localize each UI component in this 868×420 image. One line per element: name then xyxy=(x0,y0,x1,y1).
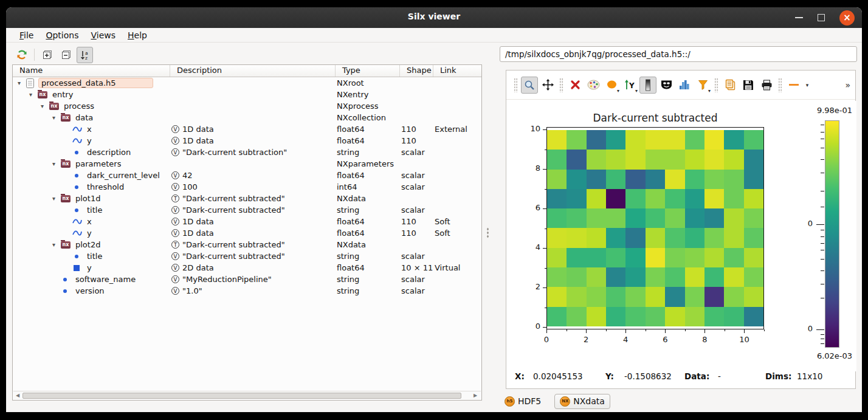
tree-row[interactable]: yV1D datafloat64110 xyxy=(13,135,481,146)
aggregation-mode-button[interactable]: ▾ xyxy=(603,77,620,94)
sort-button[interactable]: a z xyxy=(77,47,93,63)
tree-row[interactable]: descriptionV"Dark-current subtraction"st… xyxy=(13,146,481,158)
tree-row[interactable]: dark_current_levelV42float64scalar xyxy=(13,170,481,181)
tree-row[interactable]: yV1D datafloat64110Soft xyxy=(13,227,481,239)
print-button[interactable] xyxy=(758,77,775,94)
tree-column-headers[interactable]: Name Description Type Shape Link xyxy=(13,65,481,77)
column-header-type[interactable]: Type xyxy=(336,65,400,77)
scroll-right-arrow[interactable]: ▶ xyxy=(471,393,480,398)
tree-row[interactable]: titleV"Dark-current subtracted"stringsca… xyxy=(13,204,481,216)
save-button[interactable] xyxy=(740,77,757,94)
histogram-button[interactable] xyxy=(676,77,693,94)
tree-row[interactable]: ▾nxdataNXcollection xyxy=(13,112,481,123)
tree-row[interactable]: ▾nxplot1dT"Dark-current subtracted"NXdat… xyxy=(13,193,481,204)
heatmap-cell xyxy=(685,307,704,326)
horizontal-scrollbar[interactable]: ◀ ▶ xyxy=(13,391,481,399)
title-bar[interactable]: Silx viewer × xyxy=(6,7,862,28)
colorbar-minor-tick xyxy=(821,270,824,271)
tree-row[interactable]: software_nameV"MyReductionPipeline"strin… xyxy=(13,274,481,285)
heatmap-cell xyxy=(665,307,684,326)
expander-arrow-icon[interactable]: ▾ xyxy=(41,103,49,109)
expander-arrow-icon[interactable]: ▾ xyxy=(52,114,61,121)
menu-views[interactable]: Views xyxy=(84,29,122,41)
colorbar-minor-tick xyxy=(821,243,824,244)
minimize-button[interactable] xyxy=(795,17,803,18)
refresh-button[interactable] xyxy=(13,47,30,63)
tree-row[interactable]: titleV"Dark-current subtracted"stringsca… xyxy=(13,250,481,262)
tree-row[interactable]: ▾nxentryNXentry xyxy=(13,89,481,100)
copy-to-clipboard-button[interactable] xyxy=(722,77,739,94)
colorbar-tick-label: 0 xyxy=(794,219,813,228)
scroll-left-arrow[interactable]: ◀ xyxy=(13,393,22,398)
scrollbar-thumb[interactable] xyxy=(22,393,461,399)
heatmap-cell xyxy=(646,287,665,306)
heatmap-cell xyxy=(547,170,567,189)
colormap-button[interactable] xyxy=(585,77,602,94)
curve-style-dropdown[interactable]: ▾ xyxy=(803,77,811,94)
heatmap-cell xyxy=(685,208,704,228)
tree-row[interactable]: yV2D datafloat6410 × 11Virtual xyxy=(13,262,481,274)
expander-arrow-icon[interactable]: ▾ xyxy=(52,160,61,167)
heatmap-plot-area[interactable] xyxy=(546,127,764,329)
tree-row[interactable]: thresholdV100int64scalar xyxy=(13,181,481,193)
filter-data-button[interactable]: ▾ xyxy=(694,77,711,94)
zoom-mode-button[interactable] xyxy=(521,77,538,94)
menu-options[interactable]: Options xyxy=(40,29,84,41)
heatmap-cell xyxy=(625,248,645,267)
tree-row[interactable]: xV1D datafloat64110Soft xyxy=(13,216,481,227)
heatmap-cell xyxy=(587,228,606,247)
node-shape: scalar xyxy=(400,275,433,284)
heatmap-cell xyxy=(704,267,724,287)
heatmap-cell xyxy=(724,267,743,287)
dataset-path-field[interactable]: /tmp/silxdocs_obnjk7qg/processed_data.h5… xyxy=(500,46,857,62)
expand-all-button[interactable] xyxy=(39,47,55,63)
column-header-link[interactable]: Link xyxy=(433,65,481,77)
menu-bar: FileOptionsViewsHelp xyxy=(6,28,862,43)
plot-canvas[interactable]: Dark-current subtracted 9.98e-01 6.02e-0… xyxy=(506,101,856,371)
expander-arrow-icon[interactable]: ▾ xyxy=(52,241,61,248)
node-type: float64 xyxy=(336,136,400,145)
expander-arrow-icon[interactable]: ▾ xyxy=(18,80,26,86)
expander-arrow-icon[interactable]: ▾ xyxy=(29,91,38,98)
heatmap-image[interactable] xyxy=(547,130,763,326)
y-axis-orientation-button[interactable]: Y ▾ xyxy=(621,77,638,94)
tree-row[interactable]: ▾nxparametersNXparameters xyxy=(13,158,481,170)
heatmap-cell xyxy=(685,228,704,247)
heatmap-cell xyxy=(625,208,645,228)
tree-row[interactable]: ▾processed_data.h5NXroot xyxy=(13,77,481,89)
tab-nxdata[interactable]: NX NXdata xyxy=(554,394,610,409)
heatmap-cell xyxy=(606,189,625,208)
tab-hdf5[interactable]: h5 HDF5 xyxy=(500,394,546,408)
close-button[interactable]: × xyxy=(839,10,855,26)
collapse-all-button[interactable] xyxy=(58,47,74,63)
column-header-shape[interactable]: Shape xyxy=(400,65,433,77)
heatmap-cell xyxy=(685,150,704,169)
node-description: V"1.0" xyxy=(170,286,336,295)
y-axis-tick-label: 8 xyxy=(518,164,540,173)
panel-splitter[interactable] xyxy=(485,64,491,401)
tree-row[interactable]: ▾nxprocessNXprocess xyxy=(13,100,481,112)
tree-row[interactable]: versionV"1.0"stringscalar xyxy=(13,285,481,297)
curve-style-button[interactable] xyxy=(785,77,802,94)
heatmap-cell xyxy=(646,307,665,326)
mask-tools-button[interactable] xyxy=(658,77,675,94)
column-header-name[interactable]: Name xyxy=(13,65,170,77)
column-header-description[interactable]: Description xyxy=(170,65,336,77)
tree-row[interactable]: xV1D datafloat64110External xyxy=(13,123,481,135)
colorbar-toggle-button[interactable] xyxy=(639,77,656,94)
scalar-dataset-icon xyxy=(61,278,73,281)
node-description: V1D data xyxy=(170,217,336,226)
pan-mode-button[interactable] xyxy=(539,77,556,94)
menu-help[interactable]: Help xyxy=(122,29,153,41)
maximize-button[interactable] xyxy=(818,14,825,21)
colorbar[interactable] xyxy=(825,120,839,348)
expander-arrow-icon[interactable]: ▾ xyxy=(52,195,61,202)
heatmap-cell xyxy=(567,248,586,267)
tree-row[interactable]: ▾nxplot2dT"Dark-current subtracted"NXdat… xyxy=(13,239,481,250)
colorbar-minor-tick xyxy=(821,298,824,298)
heatmap-cell xyxy=(744,130,763,150)
menu-file[interactable]: File xyxy=(13,29,40,41)
reset-zoom-button[interactable] xyxy=(567,77,584,94)
toolbar-overflow-button[interactable]: » xyxy=(845,80,850,90)
printer-icon xyxy=(761,80,773,91)
